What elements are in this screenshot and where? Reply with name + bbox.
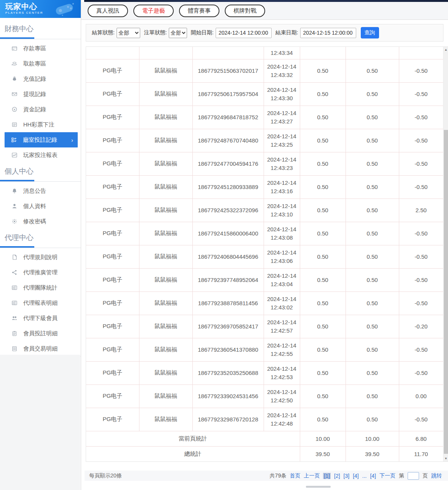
cell-bet-time: 2024-12-1412:42:50 (264, 384, 300, 408)
sidebar-item-label: 代理規則說明 (23, 254, 58, 261)
cell-win-loss: -0.50 (399, 106, 443, 129)
bet-clock: 12:43:25 (264, 141, 300, 149)
sidebar-item-profile[interactable]: 個人資料 (0, 199, 81, 214)
sidebar-item-withdrawal-record[interactable]: 提現記錄 (0, 86, 81, 102)
cell-win-loss: -0.50 (399, 222, 443, 245)
start-date-input[interactable] (216, 28, 272, 38)
sidebar-section-title: 個人中心 (0, 163, 81, 176)
sidebar-footer (0, 355, 80, 490)
sidebar-item-agent-team-stats[interactable]: 代理團隊統計 (0, 280, 81, 295)
sidebar-item-deposit[interactable]: 存款專區 (0, 41, 81, 56)
tab-sports-events[interactable]: 體育賽事 (179, 5, 219, 17)
bet-date: 2024-12-14 (264, 272, 300, 280)
jump-page-input[interactable] (408, 472, 419, 480)
total-count-label: 共79条 (270, 472, 286, 479)
page-link-4[interactable]: [4] (353, 473, 359, 479)
cell-platform: PG电子 (86, 408, 139, 431)
sidebar-item-withdraw[interactable]: 取款專區 (0, 56, 81, 71)
sidebar-item-recharge-record[interactable]: 充值記錄 (0, 71, 81, 86)
document-lines-icon (11, 346, 18, 352)
cell-bet-time: 2024-12-1412:43:32 (264, 59, 300, 82)
page-link-4[interactable]: [4] (370, 473, 376, 479)
page-link-1[interactable]: [1] (323, 473, 331, 479)
vertical-scrollbar[interactable]: ▲ ▼ (443, 47, 448, 461)
gear-icon (11, 218, 18, 224)
cell-bet-time: 2024-12-1412:43:25 (264, 129, 300, 152)
summary-win-loss: 6.80 (399, 431, 443, 446)
sidebar-item-change-password[interactable]: 修改密碼 (0, 214, 81, 229)
bet-clock: 12:43:04 (264, 280, 300, 288)
cell-game-name: 鼠鼠福福 (139, 361, 192, 384)
jump-go-link[interactable]: 跳转 (431, 472, 442, 479)
sidebar-item-agent-promotion[interactable]: 代理推廣管理 (0, 265, 81, 280)
cell-order-number: 1867792388785811456 (192, 291, 264, 315)
cell-platform: PG电子 (86, 315, 139, 338)
page-link-3[interactable]: [3] (344, 473, 350, 479)
pagination-controls: 共79条 首页上一页[1][2][3][4]...[4]下一页 第 页 跳转 (270, 472, 442, 480)
cell-valid-bet: 0.50 (346, 384, 399, 408)
bet-clock: 12:42:57 (264, 327, 300, 335)
cell-order-number: 1867792352035250688 (192, 361, 264, 384)
bet-clock: 12:42:53 (264, 373, 300, 381)
cell-valid-bet: 0.50 (346, 152, 399, 175)
tab-live-video[interactable]: 真人視訊 (88, 5, 128, 17)
cell-game-name: 鼠鼠福福 (139, 384, 192, 408)
sidebar-item-announcements[interactable]: 消息公告 (0, 183, 81, 199)
cell-bet-time: 12:43:34 (264, 47, 300, 59)
sidebar-item-agent-report-detail[interactable]: 代理報表明細 (0, 295, 81, 311)
page-ellipsis[interactable]: ... (362, 473, 367, 479)
bet-clock: 12:43:16 (264, 187, 300, 195)
settle-status-select[interactable]: 全部 (117, 28, 140, 38)
search-button[interactable]: 查詢 (361, 27, 379, 38)
cell-bet-amount: 0.50 (300, 175, 346, 199)
tab-electronic-games[interactable]: 電子遊藝 (133, 5, 174, 17)
cell-bet-time: 2024-12-1412:42:48 (264, 408, 300, 431)
sidebar-item-hh-lottery-bet[interactable]: HH彩票下注 (0, 117, 81, 132)
sidebar-item-player-bet-report[interactable]: 玩家投注報表 (0, 147, 81, 163)
cell-platform: PG电子 (86, 199, 139, 222)
cell-order-number: 1867792339024531456 (192, 384, 264, 408)
cell-game-name: 鼠鼠福福 (139, 199, 192, 222)
cell-empty (346, 47, 399, 59)
page-first-link[interactable]: 首页 (290, 472, 300, 479)
bet-date: 2024-12-14 (264, 295, 300, 303)
cell-bet-time: 2024-12-1412:43:04 (264, 268, 300, 291)
cell-bet-time: 2024-12-1412:42:53 (264, 361, 300, 384)
page-next-link[interactable]: 下一页 (379, 472, 395, 479)
scroll-up-icon[interactable]: ▲ (443, 47, 448, 53)
sidebar-item-funds-record[interactable]: ¥資金記錄 (0, 102, 81, 117)
sidebar-item-agent-rules[interactable]: 代理規則說明 (0, 250, 81, 265)
sidebar-item-member-bet-detail[interactable]: 會員投註明細 (0, 326, 81, 341)
sidebar-item-member-transactions[interactable]: 會員交易明細 (0, 341, 81, 356)
cash-envelope-icon (11, 91, 18, 97)
page-link-2[interactable]: [2] (334, 473, 340, 479)
table-row: PG电子鼠鼠福福18677923887858114562024-12-1412:… (86, 291, 443, 315)
table-row: PG电子鼠鼠福福18677924158600064002024-12-1412:… (86, 222, 443, 245)
tab-board-card-games[interactable]: 棋牌對戰 (225, 5, 265, 17)
bet-clock: 12:42:48 (264, 420, 300, 428)
horizontal-scrollbar-thumb[interactable] (306, 486, 331, 488)
cell-bet-amount: 0.50 (300, 315, 346, 338)
scroll-down-icon[interactable]: ▼ (443, 456, 448, 461)
cell-valid-bet: 0.50 (346, 268, 399, 291)
bet-clock: 12:43:08 (264, 234, 300, 242)
sidebar-item-hall-bet-record[interactable]: 廳室投註記錄› (5, 132, 78, 147)
bet-clock: 12:43:06 (264, 257, 300, 265)
bet-date: 2024-12-14 (264, 365, 300, 373)
svg-text:¥: ¥ (13, 108, 16, 111)
cell-valid-bet: 0.50 (346, 82, 399, 106)
bet-date: 2024-12-14 (264, 179, 300, 187)
cell-bet-amount: 0.50 (300, 199, 346, 222)
bet-clock: 12:43:23 (264, 164, 300, 172)
scrollbar-thumb[interactable] (444, 130, 448, 454)
cell-game-name: 鼠鼠福福 (139, 268, 192, 291)
order-status-select[interactable]: 全部 (169, 28, 187, 38)
end-date-input[interactable] (300, 28, 356, 38)
sidebar-item-agent-downline[interactable]: 代理下級會員 (0, 311, 81, 326)
table-row: PG电子鼠鼠福福18677923977489520642024-12-1412:… (86, 268, 443, 291)
cell-platform: PG电子 (86, 361, 139, 384)
page-prev-link[interactable]: 上一页 (304, 472, 320, 479)
newspaper-icon (11, 285, 18, 291)
cell-order-number: 1867792406804445696 (192, 245, 264, 268)
bet-clock: 12:43:02 (264, 303, 300, 312)
